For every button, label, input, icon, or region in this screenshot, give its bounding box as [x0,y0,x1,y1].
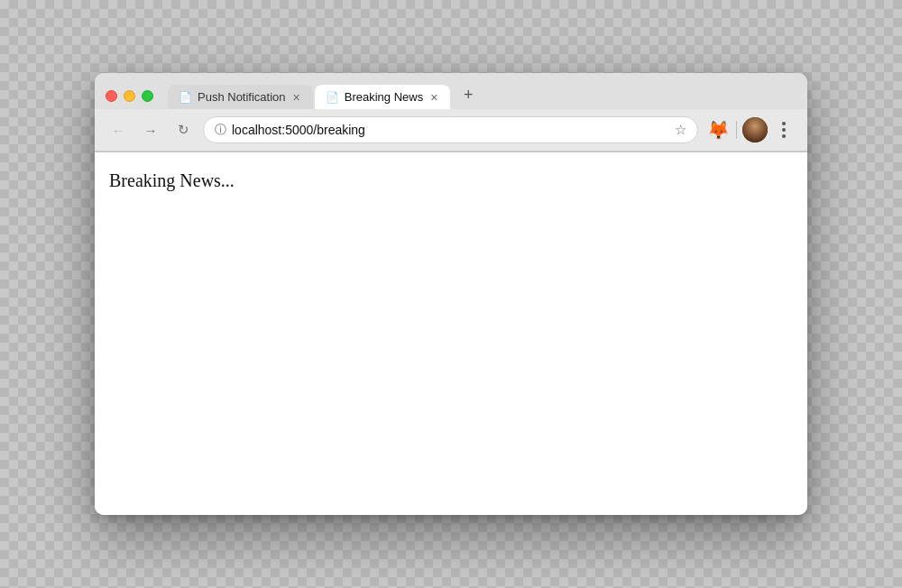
toolbar-icons: 🦊 [705,117,796,142]
tab-document-icon: 📄 [179,91,192,104]
browser-window: 📄 Push Notification × 📄 Breaking News × … [95,73,807,515]
back-icon: ← [112,123,125,138]
tabs-row: 📄 Push Notification × 📄 Breaking News × … [168,82,481,109]
new-tab-button[interactable]: + [456,82,481,107]
menu-dot-2 [782,128,786,132]
avatar-image [742,117,768,142]
traffic-lights [106,90,153,102]
address-bar[interactable]: ⓘ localhost:5000/breaking ☆ [203,116,698,143]
bookmark-icon[interactable]: ☆ [675,122,686,138]
toolbar-divider [736,121,737,139]
browser-menu-button[interactable] [771,117,796,142]
tab-breaking-news-close[interactable]: × [428,91,439,104]
tab-push-notification-close[interactable]: × [291,91,302,104]
menu-dot-3 [782,134,786,138]
close-button[interactable] [106,90,117,102]
address-bar-row: ← → ↻ ⓘ localhost:5000/breaking ☆ 🦊 [95,109,807,152]
menu-dot-1 [782,122,786,125]
tab-breaking-news[interactable]: 📄 Breaking News × [315,85,451,109]
profile-avatar[interactable] [742,117,768,142]
title-bar: 📄 Push Notification × 📄 Breaking News × … [95,73,807,152]
reload-button[interactable]: ↻ [170,117,196,142]
reload-icon: ↻ [178,122,189,138]
info-icon: ⓘ [215,122,226,138]
fox-extension-icon[interactable]: 🦊 [705,117,731,142]
tab-push-notification[interactable]: 📄 Push Notification × [168,85,313,109]
page-heading: Breaking News... [109,170,793,191]
url-text: localhost:5000/breaking [232,123,669,137]
tab-document-icon-2: 📄 [326,91,339,104]
maximize-button[interactable] [142,90,153,102]
minimize-button[interactable] [124,90,135,102]
page-content: Breaking News... [95,152,807,515]
tab-breaking-news-label: Breaking News [345,90,423,104]
forward-icon: → [144,123,158,138]
tab-push-notification-label: Push Notification [198,90,286,104]
back-button[interactable]: ← [106,117,131,142]
tabs-container: 📄 Push Notification × 📄 Breaking News × … [95,73,807,109]
forward-button[interactable]: → [138,117,163,142]
